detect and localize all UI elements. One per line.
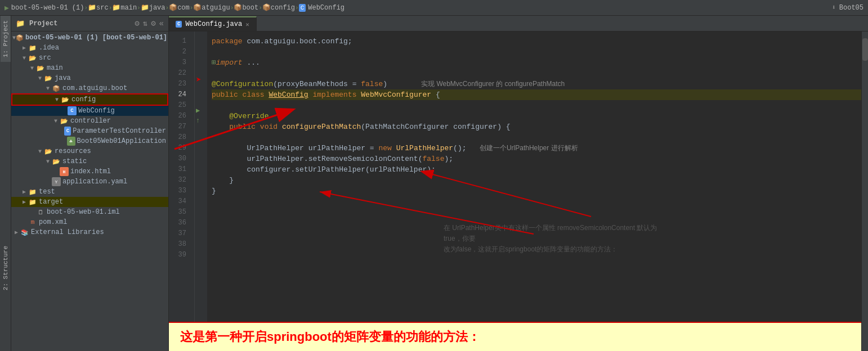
app-title: Boot05 (839, 4, 863, 12)
src-folder-icon: 📂 (44, 74, 53, 83)
kw-void: void (260, 122, 278, 132)
tree-label-webconfig: WebConfig (78, 107, 115, 115)
bottom-annotation-text: 这是第一种开启springboot的矩阵变量的功能的方法： (180, 330, 480, 344)
code-text (308, 89, 313, 100)
folder-icon: 📂 (44, 147, 53, 156)
tree-item-resources[interactable]: ▼ 📂 resources (11, 146, 168, 156)
tree-arrow: ▼ (44, 159, 52, 165)
project-panel-header: 📁 Project ⚙ ⇅ ⚙ « (11, 16, 168, 32)
gear-icon[interactable]: ⚙ (135, 19, 139, 28)
download-icon[interactable]: ⬇ (832, 3, 836, 12)
tree-arrow: ▼ (36, 75, 44, 82)
tree-item-application[interactable]: ▶ ☘ Boot05Web01Application (11, 136, 168, 146)
ln-2: 2 (169, 47, 190, 57)
tree-arrow: ▼ (20, 55, 28, 61)
code-line-24: public class WebConfig implements WebMvc… (212, 89, 861, 100)
tree-item-index[interactable]: ▶ H index.html (11, 166, 168, 177)
code-line-30: urlPathHelper.setRemoveSemicolonContent(… (212, 154, 861, 164)
folder-icon: 📁 (28, 43, 37, 52)
code-line-29: UrlPathHelper urlPathHelper = new UrlPat… (212, 143, 861, 154)
path-src: src (96, 4, 109, 12)
tree-arrow: ▼ (52, 118, 60, 124)
callout-line1: 在 UrlPathHelper类中有这样一个属性 removeSemicolon… (444, 223, 657, 244)
ln-35: 35 (169, 207, 190, 218)
tab-close-icon[interactable]: ✕ (245, 21, 249, 28)
code-line-26: @Override (212, 111, 861, 122)
ln-1: 1 (169, 36, 190, 47)
kw-public2: public (229, 122, 256, 132)
tree-item-root[interactable]: ▼ 📦 boot-05-web-01 (1) [boot-05-web-01] … (11, 33, 168, 43)
ln-23: 23 (169, 79, 190, 89)
settings-icon[interactable]: ⚙ (151, 19, 155, 28)
header-icons: ⚙ ⇅ ⚙ « (135, 19, 164, 28)
html-icon: H (60, 167, 69, 176)
ln-3: 3 (169, 57, 190, 68)
tree-item-paramcontroller[interactable]: ▶ C ParameterTestController (11, 126, 168, 136)
tree-arrow: ▼ (53, 97, 61, 103)
tree-arrow: ▶ (20, 188, 28, 195)
tree-item-target[interactable]: ▶ 📁 target (11, 197, 168, 207)
tree-label-iml: boot-05-web-01.iml (47, 208, 120, 216)
tree-item-yaml[interactable]: ▶ Y application.yaml (11, 177, 168, 187)
code-line-33: } (212, 186, 861, 196)
kw-public: public class (212, 89, 269, 100)
code-text: } (212, 175, 234, 186)
tree-label-yaml: application.yaml (62, 178, 127, 186)
tree-label-paramcontroller: ParameterTestController (73, 127, 166, 135)
title-bar: ▶ boot-05-web-01 (1) › 📁 src › 📁 main › … (0, 0, 868, 16)
tab-label: WebConfig.java (185, 20, 242, 28)
tree-item-src[interactable]: ▼ 📂 src (11, 53, 168, 63)
project-panel: 📁 Project ⚙ ⇅ ⚙ « ▼ 📦 boot-05-web-01 (1)… (11, 16, 169, 351)
tree-item-package[interactable]: ▼ 📦 com.atguigu.boot (11, 83, 168, 93)
scrollbar[interactable] (861, 32, 868, 351)
tree-item-webconfig[interactable]: ▶ C WebConfig (11, 106, 168, 116)
cls-urlpathhelper: UrlPathHelper (396, 143, 453, 154)
code-line-31: configurer.setUrlPathHelper(urlPathHelpe… (212, 164, 861, 175)
collapse-icon[interactable]: « (159, 19, 164, 28)
ln-29: 29 (169, 143, 190, 154)
code-text: (); (453, 143, 480, 154)
code-line-35 (212, 207, 861, 218)
tree-item-config[interactable]: ▼ 📂 config (11, 93, 168, 106)
iface-webmvc: WebMvcConfigurer (361, 89, 431, 100)
iml-icon: 🗒 (36, 208, 45, 217)
tree-label-src: src (39, 54, 51, 62)
side-tab-project[interactable]: 1: Project (1, 16, 11, 62)
annotation-override: @Override (229, 111, 269, 122)
tree-item-idea[interactable]: ▶ 📁 .idea (11, 43, 168, 53)
java-class-icon: C (68, 106, 77, 115)
callout-urlpathhelper: 在 UrlPathHelper类中有这样一个属性 removeSemicolon… (444, 223, 657, 255)
tab-bar: C WebConfig.java ✕ (169, 16, 868, 32)
code-line-23: @Configuration(proxyBeanMethods = false)… (212, 79, 861, 89)
code-text: (PathMatchConfigurer configurer) { (361, 122, 510, 132)
tree-label-resources: resources (55, 147, 91, 155)
tree-item-controller[interactable]: ▼ 📂 controller (11, 116, 168, 126)
code-text (212, 122, 229, 132)
comment-configpath: 实现 WebMvcConfigurer 的 configurePathMatch (421, 79, 565, 89)
tree-arrow: ▶ (20, 44, 28, 51)
tree-item-pom[interactable]: ▶ m pom.xml (11, 217, 168, 227)
scroll-thumb[interactable] (862, 38, 868, 61)
code-editor[interactable]: 1 2 3 22 23 24 25 26 27 28 29 30 (169, 32, 861, 351)
tree-item-static[interactable]: ▼ 📂 static (11, 156, 168, 166)
tree-arrow: ▼ (28, 65, 36, 71)
tree-item-iml[interactable]: ▶ 🗒 boot-05-web-01.iml (11, 207, 168, 217)
side-tab-structure[interactable]: 2: Structure (1, 241, 11, 295)
code-text (356, 89, 361, 100)
code-text (392, 143, 396, 154)
tree-arrow: ▼ (36, 148, 44, 155)
kw-import: import (216, 57, 243, 68)
ln-39: 39 (169, 250, 190, 260)
tree-item-extlibs[interactable]: ▶ 📚 External Libraries (11, 227, 168, 237)
tree-item-java[interactable]: ▼ 📂 java (11, 73, 168, 83)
import-collapsed[interactable]: ⊞ (212, 57, 216, 68)
tree-label-static: static (62, 158, 87, 165)
code-line-32: } (212, 175, 861, 186)
tree-item-main[interactable]: ▼ 📂 main (11, 63, 168, 73)
sort-icon[interactable]: ⇅ (143, 19, 147, 28)
tree-item-test[interactable]: ▶ 📁 test (11, 187, 168, 197)
editor-tab-webconfig[interactable]: C WebConfig.java ✕ (169, 16, 257, 31)
code-content[interactable]: package com.atguigu.boot.config; ⊞import… (207, 32, 861, 322)
ln-36: 36 (169, 218, 190, 228)
kw-false: false (361, 79, 383, 89)
